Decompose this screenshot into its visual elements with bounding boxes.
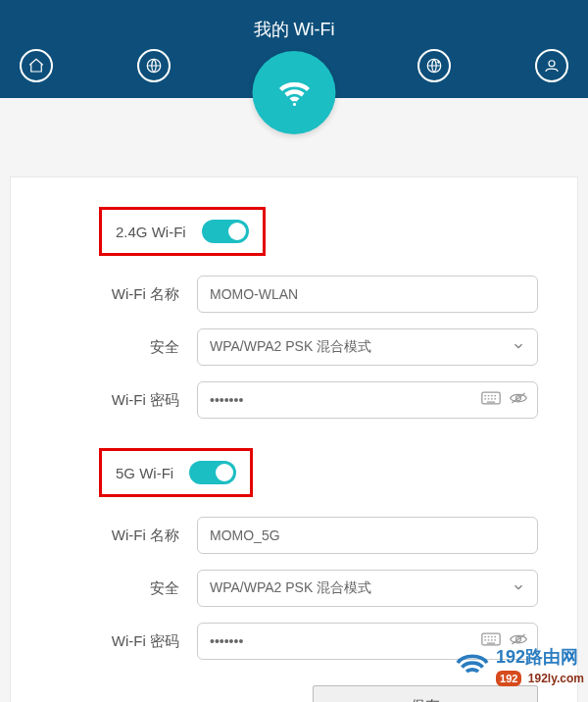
wifi5-password-row: Wi-Fi 密码 [50, 623, 538, 660]
annotation-highlight: 5G Wi-Fi [99, 448, 253, 497]
chevron-down-icon [512, 339, 525, 356]
wifi-center-icon[interactable] [253, 51, 336, 134]
wifi5-name-input[interactable] [197, 517, 538, 554]
user-icon[interactable] [535, 49, 568, 82]
wifi24-name-row: Wi-Fi 名称 [50, 276, 538, 313]
keyboard-icon[interactable] [481, 391, 501, 409]
wifi5-header: 5G Wi-Fi [99, 448, 538, 497]
network-icon[interactable] [417, 49, 451, 82]
svg-point-2 [549, 61, 555, 67]
chevron-down-icon [512, 580, 525, 597]
wifi24-security-value: WPA/WPA2 PSK 混合模式 [210, 338, 371, 356]
home-icon[interactable] [20, 49, 53, 82]
wifi5-password-icons [481, 631, 528, 651]
annotation-highlight: 2.4G Wi-Fi [99, 207, 266, 256]
wifi5-security-select[interactable]: WPA/WPA2 PSK 混合模式 [197, 570, 538, 607]
wifi24-password-icons [481, 390, 528, 410]
eye-off-icon[interactable] [509, 631, 528, 651]
svg-point-3 [292, 102, 295, 105]
globe-icon[interactable] [137, 49, 171, 82]
wifi24-header: 2.4G Wi-Fi [99, 207, 538, 256]
wifi24-security-row: 安全 WPA/WPA2 PSK 混合模式 [50, 328, 538, 366]
wifi24-password-row: Wi-Fi 密码 [50, 381, 538, 419]
wifi5-security-row: 安全 WPA/WPA2 PSK 混合模式 [50, 570, 538, 607]
wifi24-label: 2.4G Wi-Fi [116, 224, 186, 240]
page-title: 我的 Wi-Fi [0, 0, 588, 41]
keyboard-icon[interactable] [481, 632, 501, 650]
wifi24-password-label: Wi-Fi 密码 [50, 391, 197, 410]
wifi24-name-input[interactable] [197, 276, 538, 313]
wifi5-label: 5G Wi-Fi [116, 465, 173, 481]
eye-off-icon[interactable] [509, 390, 528, 410]
wifi24-security-select[interactable]: WPA/WPA2 PSK 混合模式 [197, 328, 538, 366]
save-row: 保存 [50, 685, 538, 702]
wifi5-security-label: 安全 [50, 579, 197, 598]
header: 我的 Wi-Fi [0, 0, 588, 98]
wifi5-name-label: Wi-Fi 名称 [50, 526, 197, 545]
wifi5-name-row: Wi-Fi 名称 [50, 517, 538, 554]
wifi24-security-label: 安全 [50, 338, 197, 357]
wifi5-security-value: WPA/WPA2 PSK 混合模式 [210, 579, 371, 597]
wifi5-password-label: Wi-Fi 密码 [50, 632, 197, 651]
wifi5-toggle[interactable] [189, 461, 236, 484]
wifi24-name-label: Wi-Fi 名称 [50, 285, 197, 304]
wifi24-toggle[interactable] [202, 220, 249, 243]
save-button[interactable]: 保存 [313, 685, 538, 702]
main-panel: 2.4G Wi-Fi Wi-Fi 名称 安全 WPA/WPA2 PSK 混合模式… [10, 176, 578, 702]
